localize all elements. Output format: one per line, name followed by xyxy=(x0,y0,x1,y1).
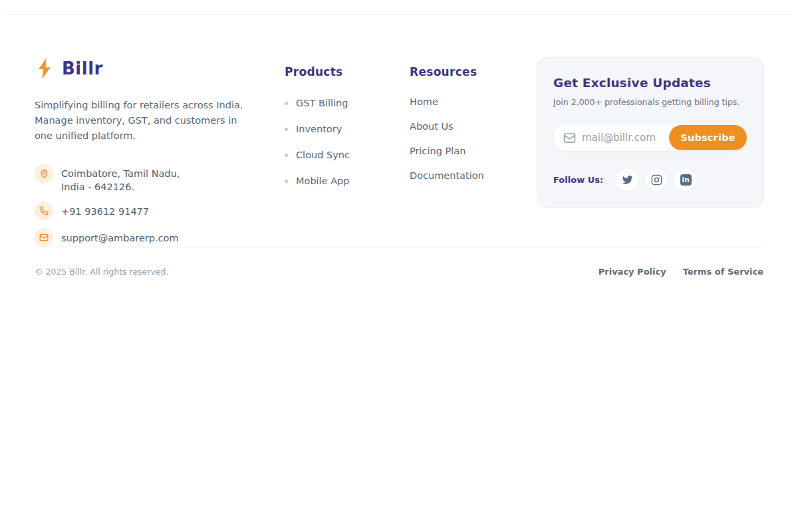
contact-email: support@ambarerp.com xyxy=(35,228,254,247)
products-link-mobile-app[interactable]: Mobile App xyxy=(285,176,350,186)
resources-link-about-us[interactable]: About Us xyxy=(410,122,454,132)
contact-email-text: support@ambarerp.com xyxy=(61,228,179,245)
list-item: Inventory xyxy=(285,122,371,134)
linkedin-glyph: in xyxy=(680,174,692,186)
bullet-icon xyxy=(285,128,288,131)
bullet-icon xyxy=(285,180,288,183)
resources-title: Resources xyxy=(410,65,491,78)
bullet-icon xyxy=(285,102,288,105)
contact-list: Coimbatore, Tamil Nadu, India - 642126. … xyxy=(35,164,254,247)
contact-address: Coimbatore, Tamil Nadu, India - 642126. xyxy=(35,164,254,194)
list-item: Documentation xyxy=(410,170,491,181)
footer: Billr Simplifying billing for retailers … xyxy=(0,15,798,277)
products-link-cloud-sync[interactable]: Cloud Sync xyxy=(285,150,350,160)
subscribe-form: Subscribe xyxy=(553,124,747,151)
bottom-bar: © 2025 Billr. All rights reserved. Priva… xyxy=(35,247,763,277)
brand-column: Billr Simplifying billing for retailers … xyxy=(35,57,254,247)
twitter-icon[interactable] xyxy=(615,168,639,192)
list-item: Home xyxy=(410,96,491,107)
products-title: Products xyxy=(285,65,371,78)
instagram-icon[interactable] xyxy=(644,168,668,192)
privacy-policy-link[interactable]: Privacy Policy xyxy=(598,267,666,277)
location-pin-icon xyxy=(35,164,53,183)
legal-links: Privacy Policy Terms of Service xyxy=(598,267,763,277)
linkedin-icon[interactable]: in xyxy=(674,168,698,192)
social-links: in xyxy=(615,168,698,192)
follow-row: Follow Us: i xyxy=(553,168,747,192)
follow-us-label: Follow Us: xyxy=(553,175,603,185)
brand-description: Simplifying billing for retailers across… xyxy=(35,98,254,144)
phone-icon xyxy=(35,201,53,220)
list-item: Pricing Plan xyxy=(410,146,491,156)
resources-link-documentation[interactable]: Documentation xyxy=(410,171,484,181)
resources-column: Resources Home About Us Pricing Plan Doc… xyxy=(410,57,491,195)
bullet-icon xyxy=(285,154,288,157)
list-item: Cloud Sync xyxy=(285,148,371,160)
email-input[interactable] xyxy=(582,132,675,144)
list-item: GST Billing xyxy=(285,96,371,108)
products-link-inventory[interactable]: Inventory xyxy=(285,124,342,134)
contact-phone: +91 93612 91477 xyxy=(35,201,254,220)
resources-link-home[interactable]: Home xyxy=(410,97,438,107)
resources-list: Home About Us Pricing Plan Documentation xyxy=(410,96,491,181)
products-list: GST Billing Inventory Cloud Sync Mobile … xyxy=(285,96,371,186)
subscribe-button[interactable]: Subscribe xyxy=(669,125,747,150)
newsletter-subtitle: Join 2,000+ professionals getting billin… xyxy=(553,97,747,107)
envelope-icon xyxy=(35,228,53,247)
products-column: Products GST Billing Inventory Cloud Syn… xyxy=(285,57,371,200)
brand-name: Billr xyxy=(62,59,103,78)
newsletter-card: Get Exclusive Updates Join 2,000+ profes… xyxy=(537,57,764,208)
contact-phone-text: +91 93612 91477 xyxy=(61,201,149,218)
lightning-bolt-icon xyxy=(35,57,55,80)
mail-icon xyxy=(563,132,576,144)
list-item: About Us xyxy=(410,121,491,132)
footer-main: Billr Simplifying billing for retailers … xyxy=(35,15,763,247)
newsletter-title: Get Exclusive Updates xyxy=(553,76,747,90)
contact-address-text: Coimbatore, Tamil Nadu, India - 642126. xyxy=(61,164,180,194)
copyright-text: © 2025 Billr. All rights reserved. xyxy=(35,267,168,277)
resources-link-pricing-plan[interactable]: Pricing Plan xyxy=(410,146,466,156)
list-item: Mobile App xyxy=(285,174,371,186)
terms-of-service-link[interactable]: Terms of Service xyxy=(683,267,763,277)
brand-logo: Billr xyxy=(35,57,254,80)
products-link-gst-billing[interactable]: GST Billing xyxy=(285,98,348,108)
